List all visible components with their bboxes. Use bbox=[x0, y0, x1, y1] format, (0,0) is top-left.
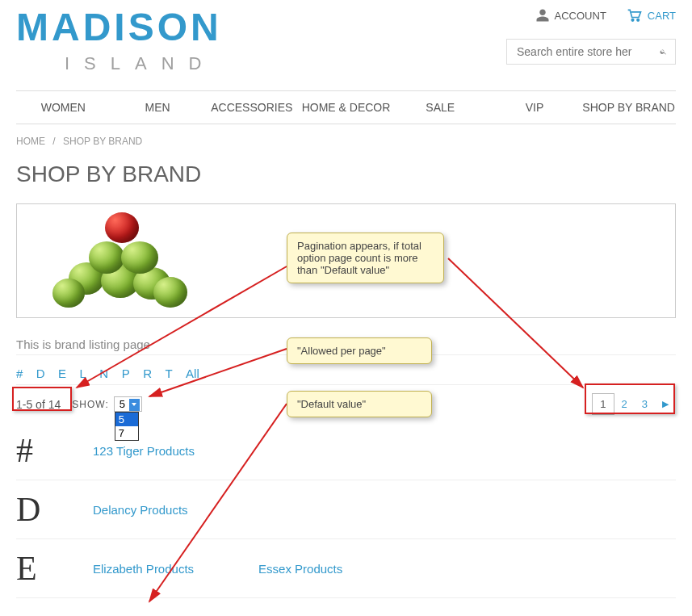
callout-default: "Default value" bbox=[287, 391, 432, 417]
cart-label: CART bbox=[648, 10, 676, 22]
brand-section-d: D Delancy Products bbox=[16, 480, 676, 539]
alpha-d[interactable]: D bbox=[36, 367, 45, 380]
logo-main: MADISON bbox=[16, 8, 506, 47]
svg-point-0 bbox=[631, 19, 634, 22]
account-link[interactable]: ACCOUNT bbox=[535, 8, 606, 23]
result-count-top: 1-5 of 14 bbox=[16, 398, 61, 411]
nav-item-sale[interactable]: SALE bbox=[393, 91, 488, 124]
show-option-7[interactable]: 7 bbox=[115, 426, 138, 440]
breadcrumb-current: SHOP BY BRAND bbox=[63, 136, 142, 147]
logo[interactable]: MADISON ISLAND bbox=[16, 8, 506, 74]
nav-item-accessories[interactable]: ACCESSORIES bbox=[204, 91, 299, 124]
nav-item-women[interactable]: WOMEN bbox=[16, 91, 111, 124]
page-2[interactable]: 2 bbox=[614, 394, 635, 414]
alpha-l[interactable]: L bbox=[80, 367, 86, 380]
brand-letter: L bbox=[16, 608, 93, 616]
show-dropdown: 5 7 bbox=[115, 412, 139, 441]
search-input[interactable] bbox=[515, 44, 660, 59]
nav-item-vip[interactable]: VIP bbox=[488, 91, 582, 124]
search-box[interactable] bbox=[506, 39, 676, 65]
svg-point-1 bbox=[637, 19, 640, 22]
brand-section-e: E Elizabeth Products Essex Products bbox=[16, 539, 676, 598]
brand-section-l: L Lafayette Products bbox=[16, 598, 676, 616]
callout-pagination: Pagination appears, if total option page… bbox=[287, 233, 444, 283]
nav-item-shop-by-brand[interactable]: SHOP BY BRAND bbox=[581, 91, 676, 124]
account-label: ACCOUNT bbox=[555, 10, 606, 22]
main-nav: WOMEN MEN ACCESSORIES HOME & DECOR SALE … bbox=[16, 90, 676, 124]
brand-letter: E bbox=[16, 549, 93, 588]
breadcrumb-sep: / bbox=[52, 136, 55, 147]
person-icon bbox=[535, 8, 550, 23]
breadcrumb: HOME / SHOP BY BRAND bbox=[16, 124, 676, 158]
brand-link[interactable]: Elizabeth Products bbox=[93, 562, 194, 576]
brand-letter: # bbox=[16, 431, 93, 470]
alpha-r[interactable]: R bbox=[143, 367, 152, 380]
cart-link[interactable]: CART bbox=[627, 8, 676, 23]
alpha-e[interactable]: E bbox=[58, 367, 66, 380]
alpha-n[interactable]: N bbox=[99, 367, 108, 380]
nav-item-men[interactable]: MEN bbox=[111, 91, 205, 124]
brand-letter: D bbox=[16, 490, 93, 529]
cart-icon bbox=[627, 8, 643, 23]
alpha-p[interactable]: P bbox=[122, 367, 130, 380]
brand-link[interactable]: 123 Tiger Products bbox=[93, 444, 195, 458]
alpha-hash[interactable]: # bbox=[16, 367, 23, 380]
alpha-all[interactable]: All bbox=[186, 367, 199, 380]
page-1[interactable]: 1 bbox=[592, 393, 614, 415]
page-title: SHOP BY BRAND bbox=[16, 161, 676, 187]
page-next[interactable]: ▶ bbox=[655, 395, 676, 413]
show-option-5[interactable]: 5 bbox=[115, 413, 138, 426]
nav-item-home-decor[interactable]: HOME & DECOR bbox=[299, 91, 393, 124]
chevron-down-icon bbox=[129, 399, 140, 411]
pagination-top: 1 2 3 ▶ bbox=[592, 393, 676, 415]
breadcrumb-home[interactable]: HOME bbox=[16, 136, 45, 147]
logo-sub: ISLAND bbox=[65, 53, 506, 74]
show-select-top[interactable]: 5 5 7 bbox=[114, 396, 142, 412]
show-select-value-top: 5 bbox=[120, 398, 125, 410]
apples-image bbox=[28, 212, 174, 309]
brand-link[interactable]: Essex Products bbox=[258, 562, 342, 576]
callout-allowed: "Allowed per page" bbox=[287, 337, 432, 364]
alpha-t[interactable]: T bbox=[165, 367, 172, 380]
show-label-top: SHOW: bbox=[72, 399, 108, 410]
search-icon bbox=[660, 44, 667, 59]
page-3[interactable]: 3 bbox=[635, 394, 655, 414]
brand-link[interactable]: Delancy Products bbox=[93, 503, 188, 517]
